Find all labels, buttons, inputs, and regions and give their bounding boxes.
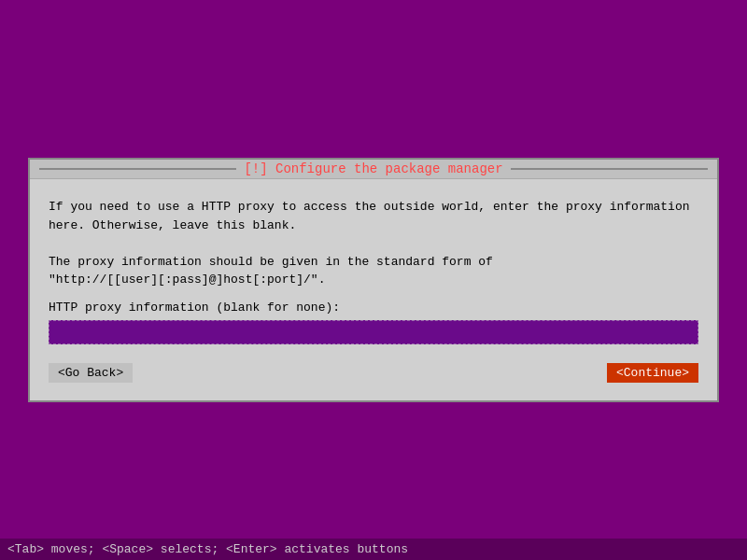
continue-button[interactable]: <Continue>	[607, 363, 698, 383]
dialog-buttons: <Go Back> <Continue>	[49, 359, 698, 386]
go-back-button[interactable]: <Go Back>	[49, 363, 133, 383]
dialog-title: [!] Configure the package manager	[236, 161, 510, 176]
status-bar: <Tab> moves; <Space> selects; <Enter> ac…	[0, 538, 747, 560]
dialog-title-bar: [!] Configure the package manager	[30, 160, 717, 178]
dialog: [!] Configure the package manager If you…	[28, 158, 719, 402]
dialog-body: If you need to use a HTTP proxy to acces…	[30, 178, 717, 400]
proxy-input-wrapper[interactable]	[49, 320, 698, 344]
dialog-description: If you need to use a HTTP proxy to acces…	[49, 198, 698, 289]
proxy-label: HTTP proxy information (blank for none):	[49, 301, 698, 315]
proxy-input[interactable]	[55, 326, 692, 340]
screen: [!] Configure the package manager If you…	[0, 0, 747, 560]
